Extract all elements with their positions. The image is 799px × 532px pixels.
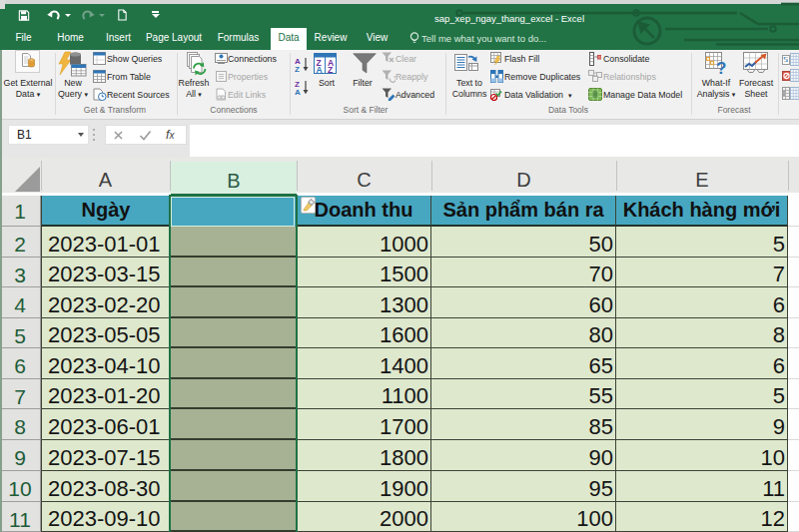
svg-text:A: A bbox=[295, 88, 301, 96]
svg-text:?: ? bbox=[716, 59, 726, 75]
svg-text:A: A bbox=[317, 65, 323, 74]
svg-text:Z: Z bbox=[295, 65, 300, 73]
svg-text:Z: Z bbox=[328, 65, 333, 74]
